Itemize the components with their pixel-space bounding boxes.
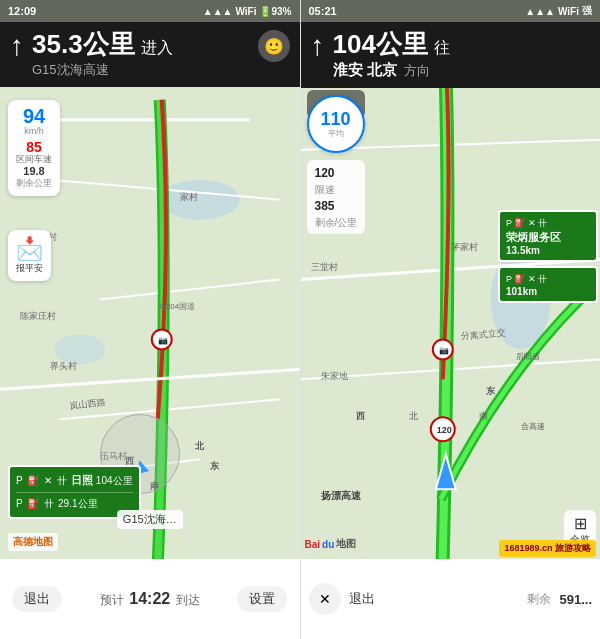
right-signal-bars: ▲▲▲ — [525, 6, 555, 17]
left-speed-widget: 94 km/h 85 区间车速 19.8 剩余公里 — [8, 100, 60, 196]
right-speed-widget: 110 平均 — [307, 95, 365, 153]
right-nav-text: 104公里 往 淮安 北京 方向 — [333, 30, 591, 80]
right-status-right: ▲▲▲ WiFi 强 — [525, 4, 592, 18]
svg-text:南: 南 — [478, 411, 487, 421]
left-sign-icons-2: P ⛽ 卄 — [16, 497, 55, 511]
stat-limit-label: 限速 — [315, 183, 358, 197]
svg-text:东: 东 — [210, 461, 220, 471]
left-speed-unit: km/h — [16, 126, 52, 136]
left-eta-block: 预计 14:22 到达 — [100, 590, 200, 609]
right-speed-stats: 120 限速 385 剩余/公里 — [307, 160, 366, 234]
baidu-red-text: Bai — [305, 539, 321, 550]
left-bottom-row: 退出 预计 14:22 到达 设置 — [0, 586, 300, 612]
svg-text:北: 北 — [194, 441, 205, 451]
fullview-icon: ⊞ — [574, 514, 587, 533]
svg-text:茅家村: 茅家村 — [450, 242, 477, 252]
right-sign-icons-2: P ⛽ ✕ 卄 — [506, 273, 590, 286]
right-status-bar: 05:21 ▲▲▲ WiFi 强 — [301, 0, 601, 22]
left-nav-distance: 35.3公里 — [32, 30, 135, 59]
left-signal: ▲▲▲ — [203, 6, 233, 17]
left-sign-icons-1: P ⛽ ✕ 卄 — [16, 474, 68, 488]
left-speed-limit: 85 — [16, 139, 52, 155]
svg-text:📷: 📷 — [158, 335, 168, 345]
stat-limit-val: 120 — [315, 166, 335, 180]
left-status-right: ▲▲▲ WiFi 🔋93% — [203, 6, 292, 17]
svg-text:📷: 📷 — [438, 345, 448, 355]
left-eta-label: 预计 14:22 到达 — [100, 590, 200, 609]
svg-text:三堂村: 三堂村 — [310, 262, 337, 272]
right-time: 05:21 — [309, 5, 337, 17]
baidu-blue-text: du — [322, 539, 334, 550]
right-bottom-bar: ✕ 退出 剩余 591... — [301, 559, 601, 639]
left-speed-remain: 19.8 — [16, 165, 52, 177]
right-green-sign-1: P ⛽ ✕ 卄 荣炳服务区 13.5km — [498, 210, 598, 262]
left-time: 12:09 — [8, 5, 36, 17]
left-speed-limit-label: 区间车速 — [16, 155, 52, 165]
svg-text:西: 西 — [355, 411, 364, 421]
svg-text:陈家庄村: 陈家庄村 — [20, 311, 56, 321]
svg-text:G204国道: G204国道 — [160, 302, 196, 311]
right-remain-label: 剩余 — [527, 591, 551, 608]
right-green-sign-2: P ⛽ ✕ 卄 101km — [498, 266, 598, 303]
svg-text:东: 东 — [485, 386, 495, 396]
right-exit-label[interactable]: 退出 — [349, 590, 375, 608]
svg-point-1 — [160, 180, 240, 220]
svg-text:界头村: 界头村 — [50, 361, 77, 371]
svg-text:朱家地: 朱家地 — [320, 371, 347, 381]
left-wifi: WiFi — [235, 6, 256, 17]
left-alert-widget[interactable]: 📩 报平安 — [8, 230, 51, 281]
left-sign-dest-1: 日照 — [71, 473, 93, 488]
right-baidu-logo: Bai du 地图 — [305, 537, 357, 551]
left-nav-header: ↑ 35.3公里 进入 G15沈海高速 🙂 — [0, 22, 300, 87]
left-status-bar: 12:09 ▲▲▲ WiFi 🔋93% — [0, 0, 300, 22]
right-nav-distance: 104公里 — [333, 30, 428, 59]
right-battery: 强 — [582, 4, 592, 18]
svg-text:扬漂高速: 扬漂高速 — [319, 490, 361, 501]
right-wifi-icon: WiFi — [558, 6, 579, 17]
left-nav-arrow: ↑ — [10, 32, 24, 60]
baidu-map-text: 地图 — [336, 537, 356, 551]
stat-remain-val: 385 — [315, 199, 335, 213]
left-nav-avatar[interactable]: 🙂 — [258, 30, 290, 62]
left-sign-dist-1: 104公里 — [96, 474, 133, 488]
stat-remain-row: 385 — [315, 197, 358, 216]
left-map-logo: 高德地图 — [8, 533, 58, 551]
alert-icon: 📩 — [16, 236, 43, 262]
svg-text:家村: 家村 — [180, 192, 198, 202]
right-sign-title-1: 荣炳服务区 — [506, 230, 590, 245]
left-sign-row-2: P ⛽ 卄 29.1公里 — [16, 492, 133, 513]
right-nav-dest: 淮安 北京 方向 — [333, 61, 591, 80]
right-sign-icons-1: P ⛽ ✕ 卄 — [506, 217, 590, 230]
right-exit-button[interactable]: ✕ — [309, 583, 341, 615]
svg-point-2 — [55, 334, 105, 364]
stat-remain-label: 剩余/公里 — [315, 216, 358, 230]
left-speed-remain-label: 剩余公里 — [16, 177, 52, 190]
svg-text:合高速: 合高速 — [520, 422, 544, 431]
left-exit-button[interactable]: 退出 — [12, 586, 62, 612]
left-nav-action: 进入 — [141, 38, 173, 59]
right-nav-header: ↑ 104公里 往 淮安 北京 方向 — [301, 22, 601, 88]
right-green-signs: P ⛽ ✕ 卄 荣炳服务区 13.5km P ⛽ ✕ 卄 101km — [498, 210, 598, 303]
svg-text:120: 120 — [436, 425, 451, 435]
right-panel: 三堂村 茅家村 朱家地 分离式立交 西 东 后阳省 合高速 扬漂高速 120 📷… — [301, 0, 601, 639]
svg-text:北: 北 — [408, 411, 417, 421]
watermark: 1681989.cn 旅游攻略 — [499, 540, 596, 557]
left-nav-road: G15沈海高速 — [32, 61, 250, 79]
left-bottom-bar: 退出 预计 14:22 到达 设置 — [0, 559, 300, 639]
left-battery: 🔋93% — [259, 6, 291, 17]
left-speed-current: 94 — [16, 106, 52, 126]
left-nav-text: 35.3公里 进入 G15沈海高速 — [32, 30, 250, 79]
left-sign-row-1: P ⛽ ✕ 卄 日照 104公里 — [16, 471, 133, 490]
left-settings-button[interactable]: 设置 — [237, 586, 287, 612]
left-sign-dist-2: 29.1公里 — [58, 497, 97, 511]
svg-text:后阳省: 后阳省 — [515, 352, 539, 361]
right-sign-km-1: 13.5km — [506, 245, 590, 256]
right-nav-action: 往 — [434, 38, 450, 59]
left-road-label: G15沈海… — [117, 510, 183, 529]
right-nav-arrow: ↑ — [311, 32, 325, 60]
right-speed-avg-label: 平均 — [328, 128, 344, 139]
left-panel: 岚山西路 界头村 家村 陈家村 陈家庄村 G204国道 伍马村 北 东 南 西 … — [0, 0, 301, 639]
right-sign-km-2: 101km — [506, 286, 590, 297]
right-speed-current: 110 — [320, 110, 350, 128]
stat-limit-row: 120 — [315, 164, 358, 183]
